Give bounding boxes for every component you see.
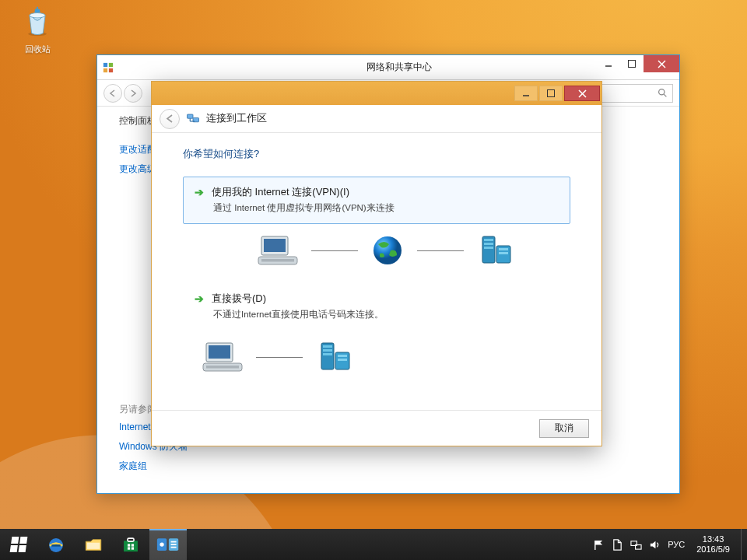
- start-button[interactable]: [0, 529, 37, 560]
- control-panel-icon: [156, 536, 180, 555]
- arrow-right-icon: [129, 89, 137, 97]
- search-icon: [658, 88, 668, 98]
- taskbar-pinned: [37, 529, 187, 560]
- volume-icon[interactable]: [649, 539, 661, 551]
- svg-point-53: [160, 542, 163, 546]
- svg-rect-41: [338, 359, 347, 361]
- svg-point-23: [374, 236, 402, 264]
- option-dialup-title: 直接拨号(D): [212, 292, 266, 306]
- taskbar[interactable]: РУС 13:43 2016/5/9: [0, 529, 747, 560]
- arrow-left-icon: [166, 114, 174, 123]
- option-dialup-desc: 不通过Internet直接使用电话号码来连接。: [213, 309, 559, 320]
- svg-rect-6: [109, 68, 113, 72]
- wizard-close-button[interactable]: [564, 86, 600, 101]
- svg-rect-45: [124, 541, 138, 551]
- flag-icon[interactable]: [593, 539, 605, 551]
- windows-logo-icon: [10, 537, 28, 552]
- wizard-minimize-button[interactable]: [514, 86, 538, 101]
- network-icon: [186, 112, 200, 126]
- svg-rect-56: [171, 547, 177, 548]
- computer-icon: [202, 340, 244, 374]
- svg-rect-34: [206, 366, 239, 369]
- close-icon: [578, 89, 587, 98]
- svg-rect-43: [51, 544, 60, 546]
- taskbar-store[interactable]: [112, 529, 149, 560]
- nav-back-button[interactable]: [103, 84, 122, 103]
- svg-line-11: [664, 94, 666, 96]
- close-icon: [658, 60, 666, 68]
- parent-maximize-button[interactable]: [620, 55, 644, 72]
- taskbar-ie[interactable]: [37, 529, 75, 560]
- tray-clock[interactable]: 13:43 2016/5/9: [692, 534, 735, 555]
- tray-time: 13:43: [696, 534, 730, 544]
- svg-point-10: [659, 89, 665, 95]
- network-tray-icon[interactable]: [630, 539, 642, 551]
- tray-date: 2016/5/9: [696, 544, 730, 555]
- recycle-bin-desktop-icon[interactable]: 回收站: [14, 5, 61, 55]
- parent-app-icon: [97, 62, 119, 73]
- svg-rect-48: [132, 544, 134, 546]
- svg-rect-4: [109, 62, 113, 66]
- parent-titlebar[interactable]: 网络和共享中心: [97, 55, 679, 80]
- svg-rect-38: [323, 353, 332, 355]
- action-center-icon[interactable]: [612, 539, 623, 551]
- wizard-footer: 取消: [152, 410, 601, 446]
- wizard-titlebar[interactable]: [152, 82, 601, 105]
- wizard-title: 连接到工作区: [206, 112, 267, 125]
- svg-rect-47: [128, 544, 130, 546]
- svg-rect-5: [103, 68, 107, 72]
- svg-point-1: [30, 13, 45, 18]
- wizard-maximize-button[interactable]: [539, 86, 563, 101]
- svg-rect-32: [209, 345, 230, 359]
- system-tray: РУС 13:43 2016/5/9: [587, 529, 741, 560]
- connector-line: [311, 250, 358, 251]
- svg-rect-29: [499, 248, 508, 250]
- maximize-icon: [547, 89, 555, 97]
- computer-icon: [257, 233, 299, 268]
- bullet-arrow-icon: ➔: [195, 186, 204, 198]
- globe-icon: [370, 233, 405, 268]
- svg-rect-30: [499, 252, 508, 254]
- connector-line: [256, 357, 303, 358]
- svg-rect-50: [132, 547, 134, 549]
- wizard-heading: 你希望如何连接?: [183, 147, 570, 161]
- bullet-arrow-icon: ➔: [195, 292, 204, 305]
- svg-rect-3: [103, 62, 107, 66]
- option-vpn-title: 使用我的 Internet 连接(VPN)(I): [212, 185, 349, 199]
- nav-forward-button[interactable]: [124, 84, 142, 103]
- parent-close-button[interactable]: [644, 55, 679, 72]
- ime-indicator[interactable]: РУС: [668, 540, 685, 549]
- option-vpn-desc: 通过 Internet 使用虚拟专用网络(VPN)来连接: [213, 202, 559, 214]
- svg-rect-36: [323, 345, 332, 348]
- svg-rect-15: [188, 114, 194, 118]
- taskbar-explorer[interactable]: [75, 529, 112, 560]
- wizard-body: 你希望如何连接? ➔ 使用我的 Internet 连接(VPN)(I) 通过 I…: [152, 133, 601, 374]
- vpn-diagram: [202, 233, 570, 268]
- link-homegroup[interactable]: 家庭组: [119, 460, 188, 473]
- maximize-icon: [628, 60, 636, 68]
- recycle-bin-label: 回收站: [14, 44, 61, 55]
- svg-rect-37: [323, 349, 332, 352]
- dialup-diagram: [202, 340, 570, 374]
- svg-rect-22: [261, 259, 294, 262]
- show-desktop-button[interactable]: [741, 529, 747, 560]
- arrow-left-icon: [109, 89, 117, 97]
- server-icon: [315, 340, 354, 374]
- ie-icon: [46, 535, 66, 555]
- svg-rect-40: [338, 355, 347, 357]
- taskbar-control-panel[interactable]: [149, 529, 187, 560]
- svg-rect-26: [484, 243, 493, 245]
- svg-rect-55: [171, 544, 177, 545]
- option-vpn[interactable]: ➔ 使用我的 Internet 连接(VPN)(I) 通过 Internet 使…: [183, 177, 570, 224]
- folder-icon: [83, 535, 103, 555]
- cancel-button[interactable]: 取消: [539, 419, 589, 438]
- connect-workplace-wizard: 连接到工作区 你希望如何连接? ➔ 使用我的 Internet 连接(VPN)(…: [151, 81, 602, 446]
- svg-rect-49: [128, 547, 130, 549]
- wizard-back-button[interactable]: [160, 109, 180, 129]
- svg-rect-2: [37, 7, 38, 9]
- parent-minimize-button[interactable]: [597, 55, 620, 72]
- option-dialup[interactable]: ➔ 直接拨号(D) 不通过Internet直接使用电话号码来连接。: [183, 283, 570, 331]
- svg-rect-27: [484, 247, 493, 249]
- connector-line: [417, 250, 464, 251]
- svg-rect-46: [128, 538, 134, 541]
